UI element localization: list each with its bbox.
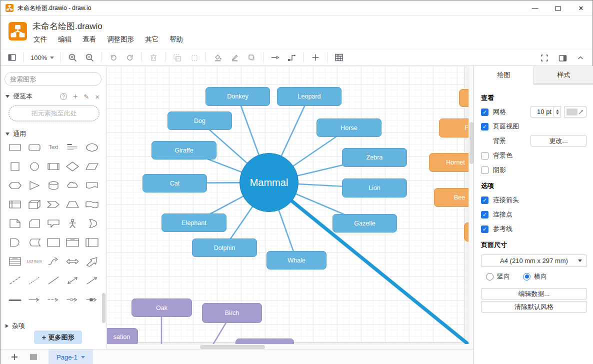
- grid-size-stepper[interactable]: [554, 106, 561, 118]
- shape-directional-connector[interactable]: [82, 275, 102, 286]
- diagram-node-whale[interactable]: Whale: [266, 251, 326, 270]
- diagram-node-gazelle[interactable]: Gazelle: [332, 214, 397, 232]
- shape-arrow-link[interactable]: [24, 294, 44, 304]
- diagram-node-sation[interactable]: sation: [107, 328, 138, 346]
- zoom-select[interactable]: 100%: [30, 54, 54, 62]
- bg-color-checkbox[interactable]: [481, 152, 488, 160]
- shape-internal-storage[interactable]: [6, 199, 24, 210]
- shape-arrow[interactable]: [82, 256, 102, 266]
- scratchpad-section[interactable]: 便笺本: [6, 92, 32, 101]
- insert-icon[interactable]: [310, 52, 320, 62]
- shape-trapezoid[interactable]: [63, 199, 82, 210]
- zoom-in-icon[interactable]: [68, 52, 78, 62]
- menu-view[interactable]: 查看: [82, 35, 96, 44]
- diagram-node-donkey[interactable]: Donkey: [206, 87, 270, 106]
- shape-search[interactable]: [4, 72, 102, 86]
- shadow-icon[interactable]: [246, 52, 256, 62]
- shape-cube[interactable]: [24, 199, 44, 210]
- diagram-node-lion[interactable]: Lion: [342, 178, 407, 198]
- tab-diagram[interactable]: 绘图: [474, 66, 534, 84]
- vscroll-thumb[interactable]: [470, 122, 474, 164]
- shape-process[interactable]: [44, 161, 63, 172]
- menu-file[interactable]: 文件: [34, 35, 47, 44]
- diagram-node-horse[interactable]: Horse: [316, 118, 382, 137]
- shape-rounded-rectangle[interactable]: [24, 142, 44, 152]
- diagram-canvas[interactable]: DonkeyLeopardDogHorseGiraffeZebraCatLion…: [107, 66, 474, 349]
- hscroll-thumb[interactable]: [200, 345, 265, 349]
- diagram-node-leopard[interactable]: Leopard: [277, 87, 342, 106]
- shape-line[interactable]: [44, 275, 63, 286]
- shape-annotated-link[interactable]: [82, 294, 102, 304]
- shape-square[interactable]: [6, 161, 24, 172]
- edit-data-button[interactable]: 编辑数据...: [481, 288, 587, 300]
- line-color-icon[interactable]: [230, 52, 240, 62]
- shape-parallelogram[interactable]: [82, 161, 102, 172]
- close-icon[interactable]: ×: [95, 92, 100, 101]
- grid-size-input[interactable]: 10 pt: [530, 106, 554, 118]
- diagram-node-dolphin[interactable]: Dolphin: [192, 238, 257, 257]
- diagram-node-mammal-center[interactable]: Mammal: [240, 153, 298, 212]
- close-button[interactable]: ✕: [570, 0, 592, 16]
- change-background-button[interactable]: 更改...: [530, 135, 586, 146]
- shape-container[interactable]: [44, 237, 63, 248]
- diagram-node-oak[interactable]: Oak: [132, 298, 192, 317]
- shape-triangle[interactable]: [24, 180, 44, 190]
- waypoint-connector-icon[interactable]: [287, 52, 297, 62]
- sidebar-scrollbar[interactable]: [102, 293, 106, 323]
- guides-checkbox[interactable]: ✓: [481, 226, 488, 233]
- fill-color-icon[interactable]: [212, 52, 222, 62]
- shape-bidirectional-arrow[interactable]: [63, 256, 82, 266]
- shape-heading[interactable]: [63, 142, 82, 152]
- shape-actor[interactable]: [63, 218, 82, 228]
- canvas-vscrollbar[interactable]: [468, 66, 474, 344]
- grid-checkbox[interactable]: ✓: [481, 108, 488, 116]
- connection-arrows-checkbox[interactable]: ✓: [481, 196, 488, 204]
- page-tab[interactable]: Page-1: [48, 350, 93, 364]
- page-size-select[interactable]: A4 (210 mm x 297 mm): [481, 254, 587, 267]
- landscape-radio[interactable]: 横向: [523, 272, 547, 281]
- canvas-hscrollbar[interactable]: [107, 344, 468, 349]
- shape-data-storage[interactable]: [24, 237, 44, 248]
- add-page-icon[interactable]: [10, 352, 20, 362]
- maximize-button[interactable]: [546, 0, 570, 16]
- menu-help[interactable]: 帮助: [170, 35, 183, 44]
- shadow-checkbox[interactable]: [481, 166, 488, 174]
- diagram-node-birch[interactable]: Birch: [202, 303, 262, 323]
- shape-dashed-line[interactable]: [6, 275, 24, 286]
- shape-or[interactable]: [82, 218, 102, 228]
- shape-diamond[interactable]: [63, 161, 82, 172]
- table-icon[interactable]: [334, 52, 344, 62]
- shape-ellipse[interactable]: [82, 142, 102, 152]
- shape-card[interactable]: [24, 218, 44, 228]
- connection-points-checkbox[interactable]: ✓: [481, 211, 488, 218]
- shape-labeled-link[interactable]: [63, 294, 82, 304]
- add-icon[interactable]: +: [73, 92, 78, 101]
- shape-circle[interactable]: [24, 161, 44, 172]
- shape-list-item[interactable]: List Item: [24, 256, 44, 266]
- diagram-node-bee[interactable]: Bee: [434, 188, 474, 207]
- shape-text[interactable]: Text: [44, 142, 63, 152]
- diagram-node-dog[interactable]: Dog: [168, 112, 232, 130]
- toggle-panel-icon[interactable]: [7, 52, 17, 62]
- shape-container-title[interactable]: [63, 237, 82, 248]
- menu-edit[interactable]: 编辑: [58, 35, 72, 44]
- shape-note[interactable]: [6, 218, 24, 228]
- help-icon[interactable]: ?: [60, 93, 67, 100]
- shape-cloud[interactable]: [63, 180, 82, 190]
- shape-step[interactable]: [44, 199, 63, 210]
- shape-dotted-line[interactable]: [24, 275, 44, 286]
- shape-curve[interactable]: [44, 256, 63, 266]
- shape-hexagon[interactable]: [6, 180, 24, 190]
- shape-and[interactable]: [6, 237, 24, 248]
- tab-style[interactable]: 样式: [534, 66, 593, 84]
- shape-list[interactable]: [6, 256, 24, 266]
- redo-icon[interactable]: [125, 52, 135, 62]
- minimize-button[interactable]: —: [524, 0, 546, 16]
- shape-dashed-link[interactable]: [44, 294, 63, 304]
- portrait-radio[interactable]: 竖向: [486, 272, 510, 281]
- shape-vertical-container[interactable]: [82, 237, 102, 248]
- shape-rectangle[interactable]: [6, 142, 24, 152]
- zoom-out-icon[interactable]: [84, 52, 94, 62]
- search-input[interactable]: [10, 76, 98, 83]
- edit-pencil-icon[interactable]: ✎: [84, 93, 89, 100]
